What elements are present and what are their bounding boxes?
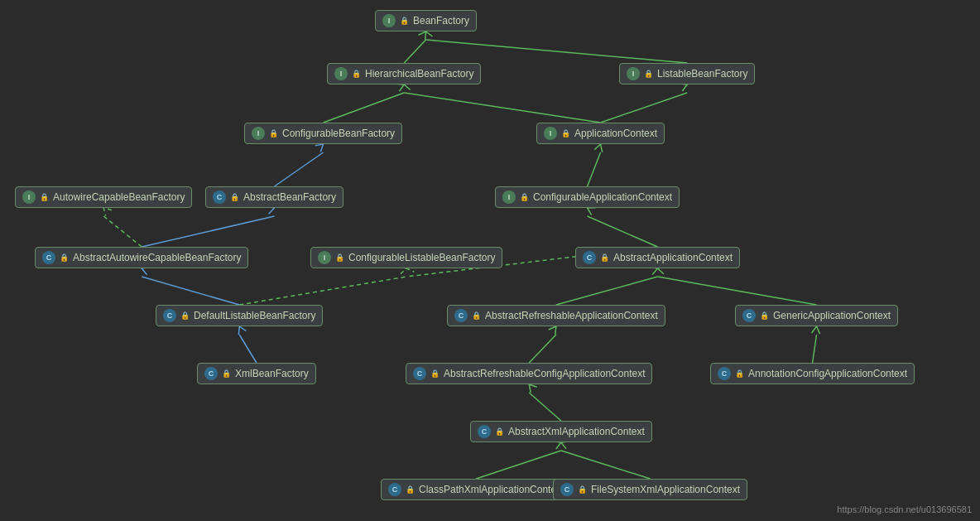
svg-line-6 bbox=[588, 216, 658, 247]
svg-line-4 bbox=[601, 93, 688, 123]
class-icon: C bbox=[718, 367, 731, 380]
lock-icon: 🔒 bbox=[230, 193, 239, 201]
svg-line-5 bbox=[588, 152, 601, 186]
node-label: BeanFactory bbox=[413, 15, 469, 27]
node-label: GenericApplicationContext bbox=[773, 310, 891, 321]
lock-icon: 🔒 bbox=[472, 311, 481, 320]
lock-icon: 🔒 bbox=[430, 369, 440, 378]
interface-icon: I bbox=[382, 14, 396, 27]
lock-icon: 🔒 bbox=[520, 193, 529, 201]
node-label: ConfigurableListableBeanFactory bbox=[348, 252, 495, 263]
svg-line-1 bbox=[426, 40, 688, 63]
node-configurableapplicationcontext: I🔒ConfigurableApplicationContext bbox=[495, 186, 680, 208]
node-abstractrefreshableconfigapplicationcontext: C🔒AbstractRefreshableConfigApplicationCo… bbox=[406, 363, 652, 384]
lock-icon: 🔒 bbox=[352, 70, 361, 78]
interface-icon: I bbox=[22, 191, 36, 204]
node-hierarchicalbeanfactory: I🔒HierarchicalBeanFactory bbox=[327, 63, 481, 84]
svg-line-14 bbox=[275, 152, 324, 186]
lock-icon: 🔒 bbox=[40, 193, 49, 201]
node-label: ListableBeanFactory bbox=[657, 68, 747, 80]
node-label: AnnotationConfigApplicationContext bbox=[748, 368, 907, 379]
node-label: ClassPathXmlApplicationContext bbox=[419, 484, 564, 495]
node-label: AbstractAutowireCapableBeanFactory bbox=[73, 252, 241, 263]
node-label: AbstractBeanFactory bbox=[243, 191, 336, 203]
node-abstractapplicationcontext: C🔒AbstractApplicationContext bbox=[575, 247, 740, 268]
lock-icon: 🔒 bbox=[400, 17, 409, 25]
node-abstractbeanfactory: C🔒AbstractBeanFactory bbox=[205, 186, 343, 208]
node-listablebeanfactory: I🔒ListableBeanFactory bbox=[619, 63, 755, 84]
node-label: ApplicationContext bbox=[574, 128, 657, 139]
class-icon: C bbox=[388, 483, 401, 496]
class-icon: C bbox=[454, 309, 468, 322]
class-icon: C bbox=[204, 367, 218, 380]
node-xmlbeanfactory: C🔒XmlBeanFactory bbox=[197, 363, 316, 384]
node-defaultlistablebeanfactory: C🔒DefaultListableBeanFactory bbox=[156, 305, 323, 326]
node-label: AutowireCapableBeanFactory bbox=[53, 191, 185, 203]
interface-icon: I bbox=[252, 127, 265, 140]
lock-icon: 🔒 bbox=[644, 70, 653, 78]
node-abstractautowirecapablebeanfactory: C🔒AbstractAutowireCapableBeanFactory bbox=[35, 247, 248, 268]
node-label: AbstractXmlApplicationContext bbox=[508, 426, 645, 437]
node-classpathxmlapplicationcontext: C🔒ClassPathXmlApplicationContext bbox=[381, 479, 571, 500]
lock-icon: 🔒 bbox=[735, 369, 744, 378]
lock-icon: 🔒 bbox=[180, 311, 190, 320]
node-abstractxmlapplicationcontext: C🔒AbstractXmlApplicationContext bbox=[470, 421, 652, 442]
svg-line-2 bbox=[324, 93, 405, 123]
interface-icon: I bbox=[544, 127, 557, 140]
node-applicationcontext: I🔒ApplicationContext bbox=[536, 123, 665, 144]
node-label: FileSystemXmlApplicationContext bbox=[591, 484, 740, 495]
watermark: https://blog.csdn.net/u013696581 bbox=[837, 504, 972, 514]
class-icon: C bbox=[478, 425, 491, 438]
node-label: DefaultListableBeanFactory bbox=[194, 310, 315, 321]
lock-icon: 🔒 bbox=[222, 369, 231, 378]
class-icon: C bbox=[742, 309, 756, 322]
lock-icon: 🔒 bbox=[60, 253, 69, 262]
svg-line-16 bbox=[239, 335, 257, 363]
lock-icon: 🔒 bbox=[561, 129, 570, 137]
svg-line-12 bbox=[476, 451, 561, 479]
node-annotationconfigapplicationcontext: C🔒AnnotationConfigApplicationContext bbox=[710, 363, 915, 384]
svg-line-15 bbox=[142, 277, 239, 305]
lock-icon: 🔒 bbox=[495, 427, 504, 436]
svg-line-9 bbox=[529, 335, 556, 363]
interface-icon: I bbox=[334, 67, 348, 80]
node-label: ConfigurableBeanFactory bbox=[282, 128, 395, 139]
node-genericapplicationcontext: C🔒GenericApplicationContext bbox=[735, 305, 898, 326]
svg-line-11 bbox=[529, 393, 561, 421]
svg-line-20 bbox=[239, 277, 406, 305]
class-icon: C bbox=[560, 483, 574, 496]
class-icon: C bbox=[213, 191, 226, 204]
class-icon: C bbox=[163, 309, 176, 322]
interface-icon: I bbox=[502, 191, 516, 204]
lock-icon: 🔒 bbox=[600, 253, 609, 262]
lock-icon: 🔒 bbox=[406, 485, 415, 494]
svg-line-8 bbox=[658, 277, 817, 305]
lock-icon: 🔒 bbox=[578, 485, 587, 494]
node-beanfactory: I🔒BeanFactory bbox=[375, 10, 477, 31]
class-icon: C bbox=[42, 251, 55, 264]
node-label: AbstractApplicationContext bbox=[613, 252, 733, 263]
interface-icon: I bbox=[318, 251, 331, 264]
node-label: AbstractRefreshableApplicationContext bbox=[485, 310, 658, 321]
lock-icon: 🔒 bbox=[269, 129, 278, 137]
node-label: XmlBeanFactory bbox=[235, 368, 309, 379]
svg-line-3 bbox=[404, 93, 600, 123]
svg-line-17 bbox=[142, 216, 274, 247]
class-icon: C bbox=[413, 367, 426, 380]
svg-line-18 bbox=[103, 216, 142, 247]
svg-line-7 bbox=[556, 277, 658, 305]
diagram-container: I🔒BeanFactoryI🔒HierarchicalBeanFactoryI🔒… bbox=[0, 0, 980, 521]
lock-icon: 🔒 bbox=[335, 253, 344, 262]
svg-line-10 bbox=[813, 335, 817, 363]
node-autowirecapablebeanfactory: I🔒AutowireCapableBeanFactory bbox=[15, 186, 192, 208]
node-configurablebeanfactory: I🔒ConfigurableBeanFactory bbox=[244, 123, 402, 144]
node-configurablelistablebeanfactory: I🔒ConfigurableListableBeanFactory bbox=[310, 247, 502, 268]
node-abstractrefreshableapplicationcontext: C🔒AbstractRefreshableApplicationContext bbox=[447, 305, 665, 326]
node-label: HierarchicalBeanFactory bbox=[365, 68, 473, 80]
node-filesystemxmlapplicationcontext: C🔒FileSystemXmlApplicationContext bbox=[553, 479, 747, 500]
node-label: ConfigurableApplicationContext bbox=[533, 191, 672, 203]
lock-icon: 🔒 bbox=[760, 311, 769, 320]
interface-icon: I bbox=[627, 67, 640, 80]
svg-line-13 bbox=[561, 451, 651, 479]
class-icon: C bbox=[583, 251, 596, 264]
